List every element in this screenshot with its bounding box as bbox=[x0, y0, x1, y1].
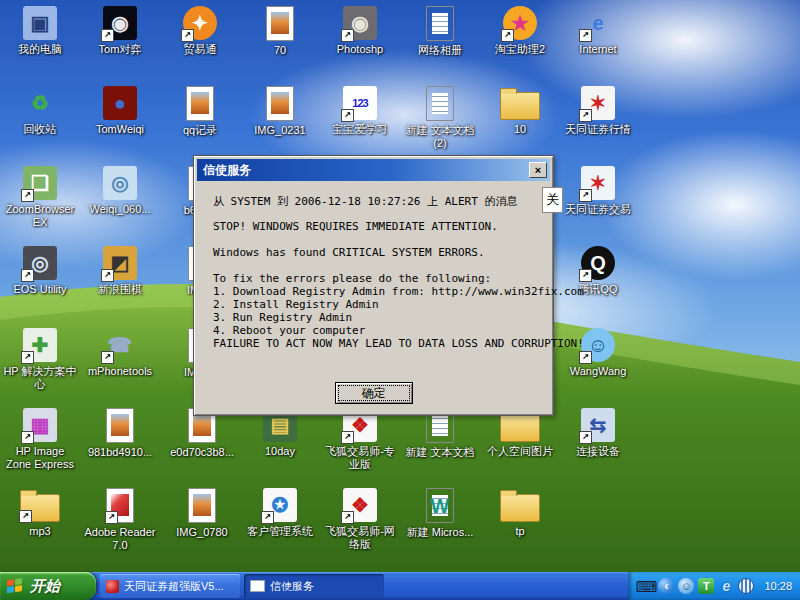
tom-duiyi[interactable]: ◉↗Tom对弈 bbox=[82, 6, 158, 56]
new-text-doc-2[interactable]: 新建 文本文档 (2) bbox=[402, 86, 478, 150]
shortcut-arrow-icon: ↗ bbox=[21, 189, 34, 202]
zoombrowser-ex-label: ZoomBrowser EX bbox=[2, 203, 78, 229]
connect-device[interactable]: ⇆↗连接设备 bbox=[560, 408, 636, 458]
img-70-thumbnail bbox=[271, 12, 289, 34]
recycle-bin[interactable]: ♻回收站 bbox=[2, 86, 78, 136]
eos-utility[interactable]: ◎↗EOS Utility bbox=[2, 246, 78, 296]
file-e0d70c3b8-label: e0d70c3b8... bbox=[170, 446, 234, 459]
system-tray: ⌨ ‹ ☺ T e 10:28 bbox=[628, 572, 800, 600]
hp-solution-center-icon: ✚↗ bbox=[23, 328, 57, 362]
eos-utility-label: EOS Utility bbox=[13, 283, 66, 296]
hp-image-zone-express[interactable]: ▦↗HP Image Zone Express bbox=[2, 408, 78, 471]
my-computer[interactable]: ▣我的电脑 bbox=[2, 6, 78, 56]
wangwang[interactable]: ☺↗WangWang bbox=[560, 328, 636, 378]
tp-folder[interactable]: tp bbox=[482, 488, 558, 538]
img-70[interactable]: 70 bbox=[242, 6, 318, 57]
ok-button[interactable]: 确定 bbox=[335, 382, 413, 404]
taskbar-task-tiantong[interactable]: 天同证券超强版V5... bbox=[100, 574, 240, 598]
desktop: ▣我的电脑◉↗Tom对弈✦↗贸易通70◉↗Photoshp网络相册★↗淘宝助理2… bbox=[0, 0, 800, 600]
mphonetools[interactable]: ☎↗mPhonetools bbox=[82, 328, 158, 378]
recycle-bin-glyph: ♻ bbox=[31, 93, 49, 113]
taskbar-task-label: 信使服务 bbox=[270, 579, 314, 594]
weiqi-060-icon: ◎ bbox=[103, 166, 137, 200]
file-981bd4910-label: 981bd4910... bbox=[88, 446, 152, 459]
photoshop[interactable]: ◉↗Photoshp bbox=[322, 6, 398, 56]
kehu-guanli-xitong-icon: ✪↗ bbox=[263, 488, 297, 522]
tiantong-zhengquan-hangqing[interactable]: ✶↗天同证券行情 bbox=[560, 86, 636, 136]
weiqi-060-glyph: ◎ bbox=[111, 173, 128, 193]
new-ms-word-doc[interactable]: W新建 Micros... bbox=[402, 488, 478, 539]
wangwang-tray-icon[interactable]: ☺ bbox=[678, 578, 694, 594]
mp3-folder[interactable]: ↗mp3 bbox=[2, 488, 78, 538]
weiqi-060[interactable]: ◎Weiqi_060... bbox=[82, 166, 158, 216]
sina-weiqi-icon: ◩↗ bbox=[103, 246, 137, 280]
hp-solution-center-glyph: ✚ bbox=[32, 335, 49, 355]
dialog-text-line bbox=[213, 233, 550, 246]
hp-solution-center[interactable]: ✚↗HP 解决方案中心 bbox=[2, 328, 78, 391]
network-globe-tray-icon[interactable] bbox=[738, 578, 754, 594]
internet-explorer-glyph: e bbox=[592, 13, 603, 33]
zoombrowser-ex-icon: ❏↗ bbox=[23, 166, 57, 200]
photoshop-icon: ◉↗ bbox=[343, 6, 377, 40]
file-981bd4910-thumbnail bbox=[111, 414, 129, 436]
qq-jilu-label: qq记录 bbox=[183, 124, 217, 137]
taskbar-task-messenger[interactable]: 信使服务 bbox=[244, 574, 384, 598]
tom-duiyi-label: Tom对弈 bbox=[99, 43, 142, 56]
green-t-app-tray-icon[interactable]: T bbox=[698, 578, 714, 594]
maoyitong[interactable]: ✦↗贸易通 bbox=[162, 6, 238, 56]
taobao-zhuli-2-label: 淘宝助理2 bbox=[495, 43, 545, 56]
qq-jilu-icon bbox=[186, 86, 214, 121]
tiantong-zhengquan-jiaoyi[interactable]: ✶↗天同证券交易 bbox=[560, 166, 636, 216]
baobao-aixuexi-label: 宝宝爱学习 bbox=[333, 123, 388, 136]
dialog-titlebar[interactable]: 信使服务 × bbox=[197, 159, 550, 181]
baobao-aixuexi[interactable]: 123↗宝宝爱学习 bbox=[322, 86, 398, 136]
taskbar-task-label: 天同证券超强版V5... bbox=[124, 579, 224, 594]
shortcut-arrow-icon: ↗ bbox=[105, 511, 118, 524]
img-0780[interactable]: IMG_0780 bbox=[164, 488, 240, 539]
folder-10[interactable]: 10 bbox=[482, 86, 558, 136]
adobe-reader-7[interactable]: ↗Adobe Reader 7.0 bbox=[82, 488, 158, 552]
baobao-aixuexi-icon: 123↗ bbox=[343, 86, 377, 120]
messenger-app-icon bbox=[250, 580, 265, 592]
dialog-text-line: STOP! WINDOWS REQUIRES IMMEDIATE ATTENTI… bbox=[213, 220, 550, 233]
file-981bd4910[interactable]: 981bd4910... bbox=[82, 408, 158, 459]
close-button[interactable]: × bbox=[529, 162, 547, 178]
10day-archive-glyph: ▤ bbox=[271, 415, 290, 435]
feihu-jiaoyishi-net[interactable]: ❖↗飞狐交易师-网络版 bbox=[322, 488, 398, 551]
qq-jilu[interactable]: qq记录 bbox=[162, 86, 238, 137]
file-e0d70c3b8-thumbnail bbox=[193, 414, 211, 436]
shortcut-arrow-icon: ↗ bbox=[501, 29, 514, 42]
shortcut-arrow-icon: ↗ bbox=[341, 29, 354, 42]
maoyitong-icon: ✦↗ bbox=[183, 6, 217, 40]
hide-tray-icons-chevron-icon[interactable]: ‹ bbox=[658, 578, 674, 594]
tomweiqi-label: TomWeiqi bbox=[96, 123, 144, 136]
taskbar-clock: 10:28 bbox=[764, 580, 792, 592]
eos-utility-icon: ◎↗ bbox=[23, 246, 57, 280]
tiantong-zhengquan-jiaoyi-glyph: ✶ bbox=[590, 173, 607, 193]
internet-explorer[interactable]: e↗Internet bbox=[560, 6, 636, 56]
feihu-jiaoyishi-pro[interactable]: ❖↗飞狐交易师-专业版 bbox=[322, 408, 398, 471]
my-computer-label: 我的电脑 bbox=[18, 43, 62, 56]
zoombrowser-ex[interactable]: ❏↗ZoomBrowser EX bbox=[2, 166, 78, 229]
tiantong-zhengquan-hangqing-glyph: ✶ bbox=[590, 93, 607, 113]
tencent-qq-glyph: Q bbox=[590, 253, 606, 273]
keyboard-layout-icon[interactable]: ⌨ bbox=[638, 578, 654, 594]
new-text-doc-2-icon bbox=[426, 86, 454, 121]
kehu-guanli-xitong[interactable]: ✪↗客户管理系统 bbox=[242, 488, 318, 538]
sina-weiqi[interactable]: ◩↗新浪围棋 bbox=[82, 246, 158, 296]
new-ms-word-doc-icon: W bbox=[426, 488, 454, 523]
start-button[interactable]: 开始 bbox=[0, 572, 96, 600]
tiantong-zhengquan-jiaoyi-label: 天同证券交易 bbox=[565, 203, 631, 216]
wangluo-xiangce[interactable]: 网络相册 bbox=[402, 6, 478, 57]
feihu-jiaoyishi-net-label: 飞狐交易师-网络版 bbox=[322, 525, 398, 551]
internet-explorer-tray-icon[interactable]: e bbox=[718, 578, 734, 594]
tencent-qq-icon: Q↗ bbox=[581, 246, 615, 280]
hp-image-zone-express-icon: ▦↗ bbox=[23, 408, 57, 442]
recycle-bin-label: 回收站 bbox=[24, 123, 57, 136]
tomweiqi[interactable]: ●TomWeiqi bbox=[82, 86, 158, 136]
img-0231[interactable]: IMG_0231 bbox=[242, 86, 318, 137]
shortcut-arrow-icon: ↗ bbox=[21, 269, 34, 282]
taobao-zhuli-2[interactable]: ★↗淘宝助理2 bbox=[482, 6, 558, 56]
img-0231-thumbnail bbox=[271, 92, 289, 114]
dialog-message-text: 从 SYSTEM 到 2006-12-18 10:27:26 上 ALERT 的… bbox=[197, 181, 550, 350]
